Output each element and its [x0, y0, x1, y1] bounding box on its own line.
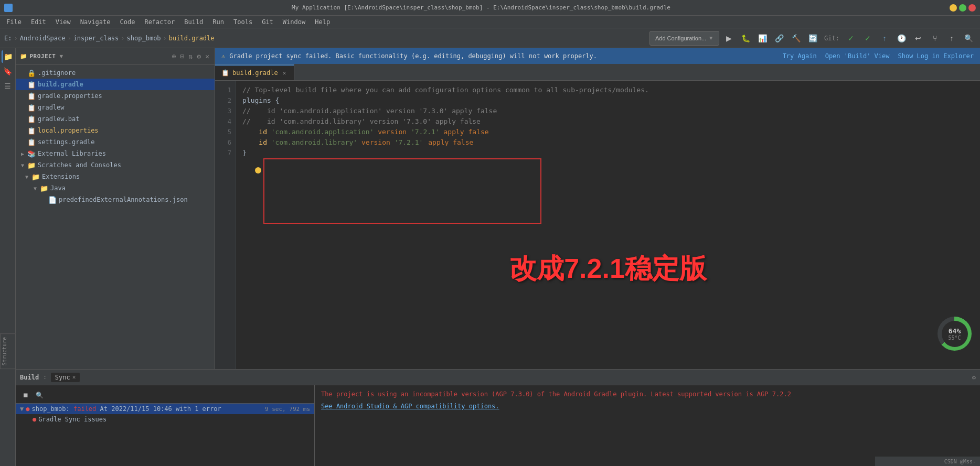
build-sync-tab[interactable]: Sync ✕ [51, 373, 80, 382]
folder-scratches-consoles[interactable]: ▼ 📁 Scratches and Consoles [16, 159, 215, 171]
cpu-percent: 64% [949, 327, 961, 335]
title-bar-center: My Application [E:\AndroidSpace\insper_c… [13, 4, 950, 11]
code-line-1: // Top-level build file where you can ad… [236, 85, 980, 95]
menu-tools[interactable]: Tools [229, 17, 257, 27]
search-button[interactable]: 🔍 [961, 31, 976, 46]
attach-button[interactable]: 🔗 [772, 31, 786, 46]
bottom-left-tabs: Structure [0, 333, 16, 369]
build-left-panel: ⏹ 🔍 ▼ ● shop_bmob: failed At 2022/11/15 … [16, 385, 315, 466]
breadcrumb-insper[interactable]: insper_class [73, 35, 119, 42]
menu-window[interactable]: Window [279, 17, 310, 27]
breadcrumb-buildgradle[interactable]: build.gradle [169, 35, 215, 42]
show-log-link[interactable]: Show Log in Explorer [898, 52, 974, 60]
close-button[interactable] [968, 4, 976, 12]
folder-external-libraries[interactable]: ▶ 📚 External Libraries [16, 148, 215, 159]
file-settings-gradle[interactable]: 📋 settings.gradle [16, 136, 215, 148]
agp-compatibility-link[interactable]: See Android Studio & AGP compatibility o… [321, 403, 499, 410]
menu-code[interactable]: Code [116, 17, 140, 27]
maximize-button[interactable] [959, 4, 966, 12]
dropdown-icon: ▼ [708, 35, 713, 41]
build-item-failed[interactable]: ▼ ● shop_bmob: failed At 2022/11/15 10:4… [16, 404, 314, 414]
expand-arrow-icon: ▼ [20, 405, 24, 413]
menu-help[interactable]: Help [311, 17, 334, 27]
menu-file[interactable]: File [2, 17, 26, 27]
git-branch-button[interactable]: ⑂ [928, 31, 942, 46]
code-line-6: id 'com.android.library' version '7.2.1'… [236, 137, 980, 148]
sort-icon[interactable]: ⇅ [188, 51, 194, 61]
bookmarks-icon[interactable]: 🔖 [2, 65, 14, 78]
build-settings-icon[interactable]: ⚙ [972, 374, 976, 381]
red-border-box [263, 158, 541, 224]
try-again-link[interactable]: Try Again [783, 52, 817, 60]
locate-icon[interactable]: ⊕ [171, 51, 177, 61]
git-label: Git: [822, 35, 841, 42]
build-item-sync-issues[interactable]: ● Gradle Sync issues [16, 414, 314, 425]
cpu-widget: 64% 55°C [938, 317, 972, 351]
menu-git[interactable]: Git [258, 17, 278, 27]
git-check2-button[interactable]: ✓ [860, 31, 875, 46]
close-sidebar-icon[interactable]: ✕ [204, 51, 210, 61]
cpu-temp: 55°C [948, 335, 961, 341]
warning-icon: ⚠ [221, 52, 225, 60]
folder-extensions[interactable]: ▼ 📁 Extensions [16, 171, 215, 182]
folder-java[interactable]: ▼ 📁 Java [16, 182, 215, 194]
file-gradle-properties[interactable]: 📋 gradle.properties [16, 90, 215, 102]
breadcrumb-androidspace[interactable]: AndroidSpace [20, 35, 66, 42]
error-icon: ● [26, 405, 29, 413]
settings-gear-icon[interactable]: ⚙ [196, 51, 202, 61]
file-gradlew-bat[interactable]: 📋 gradlew.bat [16, 113, 215, 125]
file-gradlew[interactable]: 📋 gradlew [16, 102, 215, 113]
tab-close-button[interactable]: ✕ [281, 69, 288, 77]
git-push-button[interactable]: ↑ [944, 31, 959, 46]
debug-button[interactable]: 🐛 [738, 31, 753, 46]
breadcrumb-shop[interactable]: shop_bmob [127, 35, 161, 42]
tab-bar: 📋 build.gradle ✕ [215, 64, 980, 81]
breadcrumb-e[interactable]: E: [4, 35, 12, 42]
title-bar-left [4, 4, 13, 12]
file-local-properties[interactable]: 📋 local.properties [16, 125, 215, 136]
menu-run[interactable]: Run [208, 17, 228, 27]
build-stop-button[interactable]: ⏹ [20, 389, 31, 401]
build-panel-title: Build [20, 374, 39, 381]
menu-view[interactable]: View [51, 17, 75, 27]
build-filter-button[interactable]: 🔍 [34, 389, 45, 401]
sync-button[interactable]: 🔄 [805, 31, 820, 46]
build-button[interactable]: 🔨 [789, 31, 803, 46]
editor-tab-build-gradle[interactable]: 📋 build.gradle ✕ [215, 64, 294, 80]
app-logo [4, 4, 13, 12]
run-button[interactable]: ▶ [721, 31, 736, 46]
build-colon: : [43, 374, 47, 381]
build-panel: Build : Sync ✕ ⚙ ⏹ 🔍 ▼ ● shop_bmob: [16, 369, 980, 466]
cpu-inner: 64% 55°C [942, 321, 968, 347]
git-history-button[interactable]: 🕐 [894, 31, 909, 46]
build-tab-close[interactable]: ✕ [72, 374, 76, 381]
git-undo-button[interactable]: ↩ [911, 31, 925, 46]
open-build-link[interactable]: Open 'Build' View [825, 52, 890, 60]
menu-build[interactable]: Build [180, 17, 207, 27]
gradle-sync-issues-label: Gradle Sync issues [38, 416, 106, 423]
file-gitignore[interactable]: 🔒 .gitignore [16, 67, 215, 79]
minimize-button[interactable] [950, 4, 957, 12]
structure-icon[interactable]: ☰ [2, 80, 14, 92]
git-up-button[interactable]: ↑ [877, 31, 892, 46]
sidebar-header: 📁Project ▼ ⊕ ⊟ ⇅ ⚙ ✕ [16, 48, 215, 65]
git-check-button[interactable]: ✓ [844, 31, 858, 46]
code-line-5: id 'com.android.application' version '7.… [236, 127, 980, 137]
activity-bar: 📁 🔖 ☰ [0, 48, 16, 466]
error-sub-icon: ● [33, 416, 36, 423]
profile-button[interactable]: 📊 [755, 31, 770, 46]
build-detail: At 2022/11/15 10:46 with 1 error [100, 405, 221, 413]
file-predefined-annotations[interactable]: 📄 predefinedExternalAnnotations.json [16, 194, 215, 205]
menu-refactor[interactable]: Refactor [140, 17, 179, 27]
notification-actions: Try Again Open 'Build' View Show Log in … [783, 52, 974, 60]
add-configuration-button[interactable]: Add Configuration... ▼ [649, 31, 719, 46]
project-icon[interactable]: 📁 [2, 50, 14, 63]
status-bar: CSDN @Mss- [875, 457, 980, 466]
collapse-all-icon[interactable]: ⊟ [179, 51, 186, 61]
structure-tab[interactable]: Structure [0, 333, 16, 369]
build-status: failed [73, 405, 96, 413]
menu-edit[interactable]: Edit [27, 17, 50, 27]
menu-navigate[interactable]: Navigate [76, 17, 115, 27]
build-tab-label: Sync [55, 374, 70, 381]
file-build-gradle[interactable]: 📋 build.gradle [16, 79, 215, 90]
